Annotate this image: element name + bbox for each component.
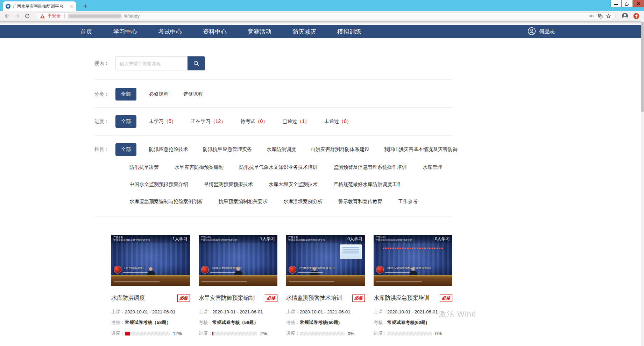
- required-badge: 必修: [177, 295, 190, 302]
- progress-option[interactable]: 待考试（0）: [240, 118, 268, 125]
- reload-icon[interactable]: [24, 13, 30, 19]
- course-card[interactable]: 广西水利中国水利水电科学研究院技术支持1人学习《水旱灾害防御预案编制》水旱灾害防…: [199, 235, 277, 337]
- subject-option[interactable]: 旱情监测预警预报技术: [204, 181, 253, 188]
- progress-percent: 2%: [260, 331, 267, 336]
- subject-option[interactable]: 水库溃坝案例分析: [283, 199, 323, 205]
- course-exam: 考核：常规试卷考核（58题）: [199, 319, 277, 326]
- exam-label: 考核：: [286, 319, 300, 326]
- subject-option[interactable]: 水库管理: [423, 164, 442, 171]
- progress-option[interactable]: 正在学习（12）: [191, 118, 226, 125]
- progress-option-count: （0）: [255, 118, 268, 124]
- studio-credit-line1: 广西水利: [113, 236, 150, 239]
- course-title[interactable]: 水库防洪调度: [111, 295, 145, 302]
- site-favicon: [6, 4, 10, 9]
- subject-options-row4: 水库应急预案编制与抢险案例剖析抗旱预案编制相关要求水库溃坝案例分析警示教育和宣传…: [94, 199, 452, 205]
- back-icon[interactable]: [4, 13, 10, 19]
- svg-text:G: G: [600, 16, 602, 18]
- subject-option[interactable]: 中国水文监测预报预警介绍: [129, 181, 188, 188]
- nav-item[interactable]: 模拟训练: [337, 28, 361, 36]
- course-thumbnail[interactable]: 广西水利中国水利水电科学研究院技术支持1人学习《水旱灾害防御预案编制》: [199, 235, 277, 286]
- studio-ticker: [383, 248, 443, 249]
- progress-percent: 0%: [435, 331, 442, 336]
- tab-close-icon[interactable]: [70, 5, 73, 8]
- category-options: 必修课程选修课程: [149, 91, 203, 97]
- address-bar[interactable]: 不安全 /#/study AG: [36, 12, 616, 20]
- search-input[interactable]: [115, 56, 187, 70]
- user-menu[interactable]: 何品志: [528, 25, 555, 38]
- subject-option[interactable]: 防汛应急抢险技术: [149, 146, 188, 153]
- course-schedule: 上课：2020-10-01 - 2021-06-01: [286, 308, 365, 315]
- thumbnail-top-band: 广西水利中国水利水电科学研究院技术支持1人学习: [111, 235, 190, 243]
- subject-all-button[interactable]: 全部: [115, 143, 136, 156]
- course-progress-row: 进度：12%: [111, 330, 190, 337]
- subject-filter-row: 科目： 全部 防汛应急抢险技术防汛抗旱应急管理实务水库防洪调度山洪灾害群测群防体…: [94, 143, 452, 156]
- window-close-button[interactable]: [633, 0, 644, 7]
- schedule-label: 上课：: [286, 309, 300, 315]
- subject-option[interactable]: 水库大坝安全监测技术: [269, 181, 318, 188]
- bookmark-star-icon[interactable]: [606, 13, 611, 19]
- progress-all-button[interactable]: 全部: [115, 115, 136, 128]
- subject-option[interactable]: 防汛抗旱应急管理实务: [203, 146, 252, 153]
- category-all-button[interactable]: 全部: [115, 88, 136, 101]
- nav-item[interactable]: 防灾减灾: [292, 28, 316, 36]
- course-thumbnail[interactable]: 广西水利中国水利水电科学研究院技术支持0人学习《水库应急预案编制与抢险案例剖析》: [374, 235, 452, 286]
- browser-toolbar: 不安全 /#/study AG: [0, 11, 644, 21]
- subject-option[interactable]: 防汛抗旱气象水文知识业务技术培训: [239, 164, 318, 171]
- subject-option[interactable]: 警示教育和宣传教育: [338, 199, 382, 205]
- new-tab-button[interactable]: [80, 2, 90, 9]
- course-title[interactable]: 水旱灾害防御预案编制: [199, 295, 255, 302]
- subject-option[interactable]: 山洪灾害群测群防体系建设: [311, 146, 369, 153]
- nav-item[interactable]: 竞赛活动: [248, 28, 271, 36]
- subject-option[interactable]: 水库应急预案编制与抢险案例剖析: [129, 199, 203, 205]
- forward-icon[interactable]: [14, 13, 20, 19]
- course-card[interactable]: 广西水利中国水利水电科学研究院技术支持0人学习《中国水文监测预报预警介绍》水情监…: [286, 235, 365, 337]
- browser-profile-avatar[interactable]: [621, 12, 629, 20]
- category-option[interactable]: 选修课程: [183, 91, 203, 97]
- scrollbar-thumb[interactable]: [641, 22, 644, 112]
- nav-item[interactable]: 资料中心: [203, 28, 227, 36]
- course-thumbnail[interactable]: 广西水利中国水利水电科学研究院技术支持1人学习《水库防洪调度》: [111, 235, 190, 286]
- studio-credit: 广西水利中国水利水电科学研究院技术支持: [376, 236, 412, 242]
- course-title[interactable]: 水情监测预警技术培训: [286, 295, 342, 302]
- studio-credit-line1: 广西水利: [376, 236, 412, 239]
- progress-option-label: 未学习: [149, 118, 164, 124]
- subject-option[interactable]: 抗旱预案编制相关要求: [219, 199, 268, 205]
- nav-item[interactable]: 首页: [80, 28, 92, 36]
- studio-credit: 广西水利中国水利水电科学研究院技术支持: [288, 236, 325, 242]
- progress-option[interactable]: 未学习（5）: [149, 118, 176, 125]
- divider: [94, 216, 452, 216]
- caption-bar: [201, 281, 247, 282]
- translate-icon[interactable]: AG: [597, 13, 603, 19]
- browser-update-icon[interactable]: [633, 13, 640, 20]
- studio-credit-line1: 广西水利: [288, 236, 325, 239]
- course-card[interactable]: 广西水利中国水利水电科学研究院技术支持1人学习《水库防洪调度》水库防洪调度必修上…: [111, 235, 190, 337]
- subject-option[interactable]: 监测预警及信息管理系统操作培训: [333, 164, 407, 171]
- progress-option-label: 未通过: [324, 118, 339, 124]
- subject-option[interactable]: 严格规范做好水库防洪调度工作: [333, 181, 402, 188]
- subject-option[interactable]: 防汛抗旱决策: [129, 164, 159, 171]
- progress-option[interactable]: 已通过（1）: [282, 118, 310, 125]
- nav-item[interactable]: 学习中心: [113, 28, 137, 36]
- subject-option[interactable]: 水旱灾害防御预案编制: [175, 164, 224, 171]
- subject-option[interactable]: 我国山洪灾害基本情况及灾害防御: [384, 146, 458, 153]
- progress-option[interactable]: 未通过（0）: [324, 118, 352, 125]
- nav-item[interactable]: 考试中心: [158, 28, 182, 36]
- subject-option[interactable]: 工作参考: [398, 199, 418, 205]
- students-count-badge: 1人学习: [260, 236, 275, 242]
- thumbnail-top-band: 广西水利中国水利水电科学研究院技术支持1人学习: [199, 235, 277, 243]
- window-restore-button[interactable]: [622, 0, 633, 7]
- browser-tab[interactable]: 广西水旱灾害防御培训平台: [3, 1, 76, 11]
- page-scrollbar[interactable]: [641, 21, 644, 346]
- progress-option-count: （5）: [164, 118, 176, 124]
- subject-option[interactable]: 水库防洪调度: [267, 146, 296, 153]
- schedule-label: 上课：: [374, 309, 387, 315]
- search-button[interactable]: [187, 56, 205, 70]
- course-card[interactable]: 广西水利中国水利水电科学研究院技术支持0人学习《水库应急预案编制与抢险案例剖析》…: [374, 235, 452, 337]
- course-thumbnail[interactable]: 广西水利中国水利水电科学研究院技术支持0人学习《中国水文监测预报预警介绍》: [286, 235, 365, 286]
- category-option[interactable]: 必修课程: [149, 91, 169, 97]
- window-minimize-button[interactable]: [610, 0, 622, 7]
- lecture-title-overlay: 《水库防洪调度》: [123, 266, 145, 270]
- key-icon[interactable]: [589, 13, 595, 19]
- course-title[interactable]: 水库防洪应急预案培训: [374, 295, 430, 302]
- security-warning-label[interactable]: 不安全: [48, 13, 61, 19]
